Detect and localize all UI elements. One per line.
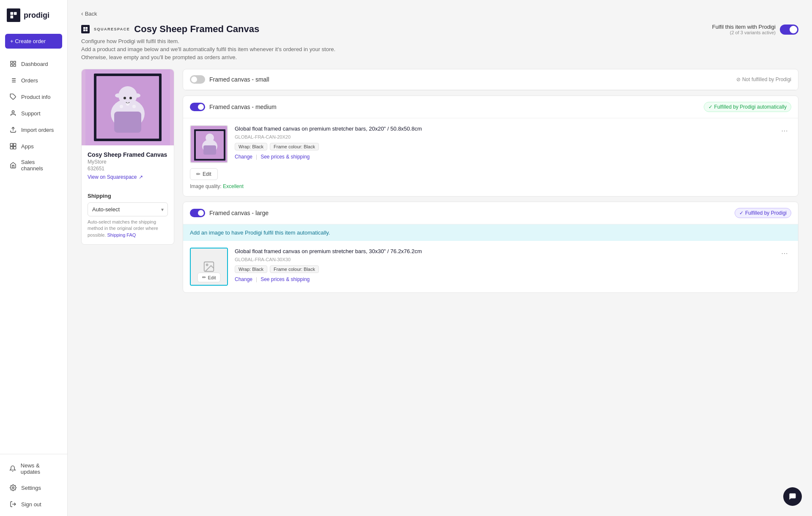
svg-rect-12 <box>10 147 13 149</box>
svg-rect-17 <box>86 27 88 29</box>
page-desc-2: Add a product and image below and we'll … <box>81 46 335 52</box>
wrap-tag-medium: Wrap: Black <box>235 143 267 150</box>
variant-product-row-large: ✏ Edit Global float framed canvas on pre… <box>190 248 791 286</box>
sidebar-item-sign-out[interactable]: Sign out <box>3 496 65 512</box>
sidebar-item-apps[interactable]: Apps <box>3 138 65 154</box>
shipping-select[interactable]: Auto-select Standard Express Overnight <box>88 202 168 216</box>
sidebar-item-support[interactable]: Support <box>3 105 65 121</box>
shipping-label: Shipping <box>88 193 168 199</box>
svg-rect-16 <box>83 27 85 29</box>
frame-tag-medium: Frame colour: Black <box>270 143 319 150</box>
product-image <box>82 69 174 145</box>
variant-toggle-large-wrapper <box>190 209 205 217</box>
variant-card-medium: Framed canvas - medium ✓ Fulfilled by Pr… <box>183 96 798 197</box>
check-icon: ✓ <box>708 104 713 110</box>
sidebar-item-orders[interactable]: Orders <box>3 72 65 88</box>
svg-point-28 <box>129 97 132 99</box>
svg-point-8 <box>12 111 14 113</box>
sidebar-item-news-updates[interactable]: News & updates <box>3 458 65 479</box>
page-desc-3: Otherwise, leave empty and you'll be pro… <box>81 54 335 60</box>
variant-card-small: Framed canvas - small ⊘ Not fulfilled by… <box>183 69 798 90</box>
sidebar-item-settings[interactable]: Settings <box>3 480 65 496</box>
divider-medium: | <box>256 154 257 160</box>
prodigi-logo-text: prodigi <box>24 11 49 20</box>
wrap-tag-large: Wrap: Black <box>235 265 267 273</box>
view-on-squarespace-link[interactable]: View on Squarespace ↗ <box>88 174 168 180</box>
prodigi-logo-icon <box>7 8 20 22</box>
product-name: Cosy Sheep Framed Canvas <box>88 151 168 158</box>
sidebar-item-dashboard[interactable]: Dashboard <box>3 56 65 72</box>
variant-title-medium: Framed canvas - medium <box>209 104 700 110</box>
variant-thumb-large: ✏ Edit <box>190 248 228 286</box>
variant-status-small: ⊘ Not fulfilled by Prodigi <box>736 76 791 82</box>
apps-icon <box>9 142 17 150</box>
variant-actions-medium: Change | See prices & shipping <box>235 154 771 160</box>
svg-point-37 <box>206 134 214 142</box>
create-order-button[interactable]: + Create order <box>5 34 62 49</box>
variant-header-large: Framed canvas - large ✓ Fulfilled by Pro… <box>183 202 798 224</box>
sidebar-item-sales-channels[interactable]: Sales channels <box>3 155 65 176</box>
variant-title-large: Framed canvas - large <box>209 210 730 216</box>
squarespace-label: SQUARESPACE <box>94 27 130 31</box>
variant-body-large: ✏ Edit Global float framed canvas on pre… <box>183 241 798 292</box>
variant-product-row-medium: Global float framed canvas on premium st… <box>190 125 791 163</box>
product-sidebar-card: Cosy Sheep Framed Canvas MyStore 632651 … <box>81 69 174 245</box>
variant-toggle-large[interactable] <box>190 209 205 217</box>
variant-thumb-medium <box>190 125 228 163</box>
fulfil-label: Fulfil this item with Prodigi <box>712 24 776 30</box>
product-info: Cosy Sheep Framed Canvas MyStore 632651 … <box>82 145 174 186</box>
sidebar-item-import-orders[interactable]: Import orders <box>3 122 65 138</box>
variant-details-large: Global float framed canvas on premium st… <box>235 248 771 282</box>
svg-point-26 <box>134 93 140 98</box>
shipping-section: Shipping Auto-select Standard Express Ov… <box>82 193 174 244</box>
change-link-medium[interactable]: Change <box>235 154 252 160</box>
svg-rect-19 <box>86 30 88 32</box>
main-content: ‹ Back SQUARESPACE Cosy Sheep Framed Can… <box>68 0 812 516</box>
sidebar-item-product-info[interactable]: Product info <box>3 89 65 105</box>
add-image-banner: Add an image to have Prodigi fulfil this… <box>183 224 798 241</box>
svg-point-14 <box>12 487 14 489</box>
edit-icon-medium: ✏ <box>196 171 200 177</box>
squarespace-icon <box>81 25 90 33</box>
see-prices-link-large[interactable]: See prices & shipping <box>261 276 310 282</box>
options-menu-medium[interactable]: ⋯ <box>778 125 791 137</box>
variant-header-small: Framed canvas - small ⊘ Not fulfilled by… <box>183 69 798 90</box>
upload-icon <box>9 126 17 134</box>
svg-rect-29 <box>114 112 141 133</box>
variant-header-medium: Framed canvas - medium ✓ Fulfilled by Pr… <box>183 96 798 118</box>
person-icon <box>9 109 17 117</box>
variant-actions-large: Change | See prices & shipping <box>235 276 771 282</box>
shipping-desc: Auto-select matches the shipping method … <box>88 219 168 238</box>
sidebar-bottom: News & updates Settings Sign out <box>0 454 67 516</box>
fulfil-toggle[interactable] <box>780 25 798 35</box>
svg-rect-38 <box>203 145 216 155</box>
svg-rect-0 <box>11 12 14 15</box>
variant-toggle-medium-wrapper <box>190 103 205 111</box>
bell-icon <box>9 465 16 472</box>
variant-tags-large: Wrap: Black Frame colour: Black <box>235 265 771 273</box>
squarespace-logo: SQUARESPACE <box>81 25 130 33</box>
variant-toggle-small[interactable] <box>190 75 205 84</box>
variant-sku-medium: GLOBAL-FRA-CAN-20X20 <box>235 134 771 139</box>
variant-toggle-medium[interactable] <box>190 103 205 111</box>
edit-button-medium[interactable]: ✏ Edit <box>190 168 218 180</box>
variant-title-small: Framed canvas - small <box>209 76 732 83</box>
sidebar: prodigi + Create order Dashboard Orders … <box>0 0 68 516</box>
shipping-faq-link[interactable]: Shipping FAQ <box>107 232 136 238</box>
change-link-large[interactable]: Change <box>235 276 252 282</box>
product-store: MyStore <box>88 159 168 165</box>
options-menu-large[interactable]: ⋯ <box>778 248 791 259</box>
chat-bubble[interactable] <box>783 487 802 506</box>
variant-card-large: Framed canvas - large ✓ Fulfilled by Pro… <box>183 202 798 293</box>
frame-tag-large: Frame colour: Black <box>270 265 319 273</box>
svg-rect-5 <box>11 64 13 66</box>
svg-rect-1 <box>14 12 17 15</box>
block-icon: ⊘ <box>736 76 741 82</box>
variant-toggle-small-wrapper <box>190 75 205 84</box>
back-button[interactable]: ‹ Back <box>81 10 798 17</box>
external-link-icon: ↗ <box>139 174 143 180</box>
back-arrow-icon: ‹ <box>81 10 83 17</box>
see-prices-link-medium[interactable]: See prices & shipping <box>261 154 310 160</box>
edit-button-large-thumb[interactable]: ✏ Edit <box>198 273 221 282</box>
svg-rect-3 <box>11 61 13 63</box>
